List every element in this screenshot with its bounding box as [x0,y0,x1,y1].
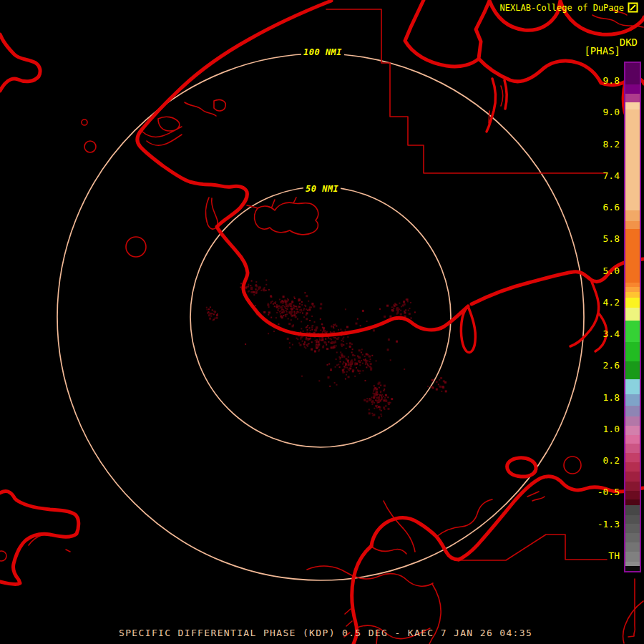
colorbar-segment [625,552,640,561]
colorbar-segment [625,472,640,482]
colorbar-segment [625,453,640,462]
colorbar-segment [625,505,640,514]
small-lake-circle-1 [82,119,87,125]
colorbar-segment [625,298,640,308]
coastlines [0,0,644,644]
colorbar-tick-label: 0.2 [603,455,620,466]
colorbar-segment [625,287,640,292]
county-line-right-corner [628,579,635,637]
range-ring-label-50nmi: 50 NMI [303,183,341,195]
colorbar-segment [625,292,640,298]
colorbar-segment [625,426,640,435]
oval-lake [507,458,536,477]
hanging-peninsula [461,306,475,353]
colorbar-segment [625,566,640,571]
colorbar-segment [625,94,640,102]
top-right-landmass [405,0,644,121]
product-units: [PHAS] [584,45,620,57]
range-ring-50nmi [190,187,451,447]
colorbar-segment [625,444,640,453]
corner-river-bottom-right [623,601,643,643]
radar-display: NEXLAB-College of DuPage DKD [PHAS] 100 … [0,0,644,644]
colorbar-tick-label: -1.3 [597,519,620,530]
radar-map-canvas [0,0,644,644]
colorbar-segment [625,524,640,533]
colorbar-segment [625,515,640,525]
colorbar-segment [625,379,640,394]
colorbar-tick-label: 1.8 [603,392,620,403]
colorbar-segment [625,482,640,491]
colorbar-segment [625,435,640,444]
colorbar-tick-label: 6.6 [603,202,620,213]
colorbar-segment [625,491,640,500]
colorbar-segment [625,342,640,362]
colorbar-segment [625,63,640,84]
colorbar-segment [625,84,640,94]
top-left-corner-shape [0,34,40,91]
colorbar-segment [625,394,640,406]
colorbar-tick-label: 8.2 [603,139,620,150]
small-lake-circle-3 [126,237,146,257]
colorbar-segment [625,229,640,283]
colorbar-segment [625,221,640,229]
bottom-left-landmass [0,491,79,584]
colorbar-tick-label: 3.4 [603,328,620,339]
site-title: NEXLAB-College of DuPage [500,3,624,13]
colorbar-segment [625,533,640,542]
bottom-island-arc [371,518,459,560]
colorbar-tick-label: 7.4 [603,170,620,181]
bottom-bay-rivers [307,499,492,644]
range-ring-100nmi [57,54,584,580]
colorbar-segment [625,406,640,416]
colorbar-segment [625,542,640,552]
colorbar-segment [625,109,640,210]
product-code: DKD [620,36,638,48]
colorbar-tick-label: 9.8 [603,75,620,86]
colorbar-segment [625,210,640,221]
range-ring-label-100nmi: 100 NMI [301,47,344,58]
colorbar-tick-label: 1.0 [603,424,620,434]
range-rings [57,54,584,580]
top-right-drips [487,79,507,132]
small-lake-circle-5 [0,551,6,561]
radar-echo-layer [206,280,447,419]
colorbar-segment [625,416,640,426]
colorbar-segment [625,308,640,321]
knot-squiggle [527,492,545,501]
colorbar-tick-label: -0.5 [597,487,620,497]
colorbar-tick-label: TH [608,550,620,561]
small-lake-circle-4 [564,457,581,474]
small-lake-circle-2 [84,141,96,152]
colorbar-segment [625,102,640,110]
islands-north-of-arc [185,99,225,116]
colorbar [624,62,641,572]
east-coast-branches [570,280,607,351]
header: NEXLAB-College of DuPage [500,2,638,13]
county-line-top [326,9,607,173]
colorbar-tick-label: 4.2 [603,297,620,308]
colorbar-tick-label: 9.0 [603,107,620,117]
colorbar-tick-label: 2.6 [603,360,620,371]
colorbar-segment [625,321,640,342]
colorbar-segment [625,462,640,472]
colorbar-segment [625,361,640,379]
colorbar-tick-label: 5.8 [603,233,620,244]
status-bar-text: SPECIFIC DIFFERENTIAL PHASE (KDP) 0.5 DE… [119,628,532,638]
cod-flag-icon [628,2,638,13]
colorbar-segment [625,499,640,505]
west-lagoon [206,197,218,229]
colorbar-tick-label: 5.0 [603,265,620,276]
county-and-river-lines [0,9,643,644]
